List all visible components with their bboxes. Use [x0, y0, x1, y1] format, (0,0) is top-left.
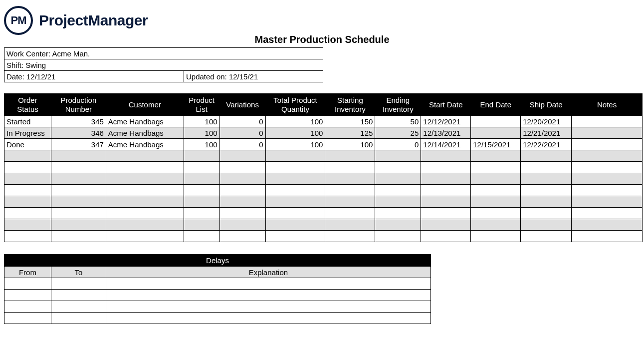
cell-status[interactable]	[4, 231, 51, 242]
cell-shipdate[interactable]	[521, 231, 572, 242]
cell-plist[interactable]	[184, 162, 219, 173]
cell-sdate[interactable]	[421, 196, 471, 208]
cell-totqty[interactable]	[265, 173, 325, 185]
cell-einv[interactable]	[375, 208, 421, 219]
cell-shipdate[interactable]: 12/21/2021	[521, 127, 572, 139]
cell-prodnum[interactable]: 345	[51, 116, 106, 127]
cell-totqty[interactable]: 100	[265, 127, 325, 139]
cell-sinv[interactable]: 125	[325, 127, 375, 139]
cell-var[interactable]	[219, 162, 265, 173]
cell-prodnum[interactable]: 347	[51, 139, 106, 150]
cell-var[interactable]	[219, 231, 265, 242]
cell-einv[interactable]: 25	[375, 127, 421, 139]
cell-status[interactable]	[4, 185, 51, 196]
cell-customer[interactable]	[106, 196, 184, 208]
delays-cell-from[interactable]	[4, 290, 51, 301]
cell-prodnum[interactable]	[51, 231, 106, 242]
cell-einv[interactable]	[375, 196, 421, 208]
delays-cell-to[interactable]	[51, 290, 106, 301]
cell-prodnum[interactable]: 346	[51, 127, 106, 139]
cell-prodnum[interactable]	[51, 196, 106, 208]
cell-einv[interactable]: 50	[375, 116, 421, 127]
cell-notes[interactable]	[572, 196, 643, 208]
cell-status[interactable]	[4, 196, 51, 208]
cell-einv[interactable]	[375, 231, 421, 242]
cell-plist[interactable]: 100	[184, 139, 219, 150]
cell-edate[interactable]	[471, 173, 521, 185]
cell-shipdate[interactable]	[521, 173, 572, 185]
cell-totqty[interactable]	[265, 185, 325, 196]
cell-sdate[interactable]: 12/12/2021	[421, 116, 471, 127]
cell-status[interactable]	[4, 219, 51, 231]
cell-totqty[interactable]	[265, 219, 325, 231]
cell-sdate[interactable]	[421, 231, 471, 242]
delays-cell-to[interactable]	[51, 301, 106, 313]
meta-shift[interactable]: Shift: Swing	[4, 59, 323, 71]
cell-totqty[interactable]	[265, 231, 325, 242]
cell-customer[interactable]: Acme Handbags	[106, 127, 184, 139]
cell-sinv[interactable]: 100	[325, 139, 375, 150]
cell-sinv[interactable]	[325, 162, 375, 173]
cell-notes[interactable]	[572, 208, 643, 219]
cell-customer[interactable]	[106, 162, 184, 173]
cell-customer[interactable]	[106, 208, 184, 219]
meta-work-center[interactable]: Work Center: Acme Man.	[4, 48, 323, 59]
cell-notes[interactable]	[572, 173, 643, 185]
cell-sinv[interactable]	[325, 231, 375, 242]
cell-notes[interactable]	[572, 185, 643, 196]
delays-cell-from[interactable]	[4, 313, 51, 324]
cell-notes[interactable]	[572, 116, 643, 127]
cell-customer[interactable]	[106, 219, 184, 231]
cell-edate[interactable]	[471, 150, 521, 162]
cell-var[interactable]	[219, 185, 265, 196]
cell-notes[interactable]	[572, 231, 643, 242]
cell-status[interactable]: Done	[4, 139, 51, 150]
cell-sinv[interactable]	[325, 150, 375, 162]
cell-notes[interactable]	[572, 219, 643, 231]
cell-shipdate[interactable]	[521, 150, 572, 162]
cell-plist[interactable]	[184, 196, 219, 208]
cell-edate[interactable]	[471, 162, 521, 173]
cell-sdate[interactable]	[421, 162, 471, 173]
cell-sdate[interactable]	[421, 208, 471, 219]
delays-cell-explanation[interactable]	[106, 301, 430, 313]
delays-cell-explanation[interactable]	[106, 313, 430, 324]
cell-einv[interactable]	[375, 185, 421, 196]
cell-shipdate[interactable]	[521, 208, 572, 219]
cell-var[interactable]: 0	[219, 116, 265, 127]
cell-sinv[interactable]	[325, 173, 375, 185]
cell-plist[interactable]: 100	[184, 127, 219, 139]
cell-edate[interactable]	[471, 127, 521, 139]
cell-notes[interactable]	[572, 127, 643, 139]
cell-edate[interactable]	[471, 231, 521, 242]
cell-customer[interactable]: Acme Handbags	[106, 139, 184, 150]
cell-einv[interactable]: 0	[375, 139, 421, 150]
cell-prodnum[interactable]	[51, 162, 106, 173]
cell-prodnum[interactable]	[51, 219, 106, 231]
delays-cell-to[interactable]	[51, 278, 106, 290]
cell-customer[interactable]	[106, 173, 184, 185]
cell-customer[interactable]	[106, 150, 184, 162]
cell-customer[interactable]	[106, 185, 184, 196]
cell-status[interactable]	[4, 208, 51, 219]
cell-shipdate[interactable]	[521, 162, 572, 173]
cell-customer[interactable]	[106, 231, 184, 242]
delays-cell-from[interactable]	[4, 278, 51, 290]
cell-totqty[interactable]	[265, 150, 325, 162]
cell-sinv[interactable]	[325, 185, 375, 196]
delays-cell-explanation[interactable]	[106, 290, 430, 301]
cell-totqty[interactable]	[265, 208, 325, 219]
cell-sdate[interactable]	[421, 173, 471, 185]
cell-notes[interactable]	[572, 139, 643, 150]
cell-var[interactable]	[219, 150, 265, 162]
cell-plist[interactable]	[184, 219, 219, 231]
cell-status[interactable]	[4, 162, 51, 173]
cell-plist[interactable]	[184, 208, 219, 219]
cell-sdate[interactable]	[421, 219, 471, 231]
cell-prodnum[interactable]	[51, 185, 106, 196]
cell-var[interactable]	[219, 196, 265, 208]
cell-var[interactable]	[219, 173, 265, 185]
cell-shipdate[interactable]	[521, 196, 572, 208]
cell-plist[interactable]	[184, 231, 219, 242]
cell-edate[interactable]	[471, 116, 521, 127]
